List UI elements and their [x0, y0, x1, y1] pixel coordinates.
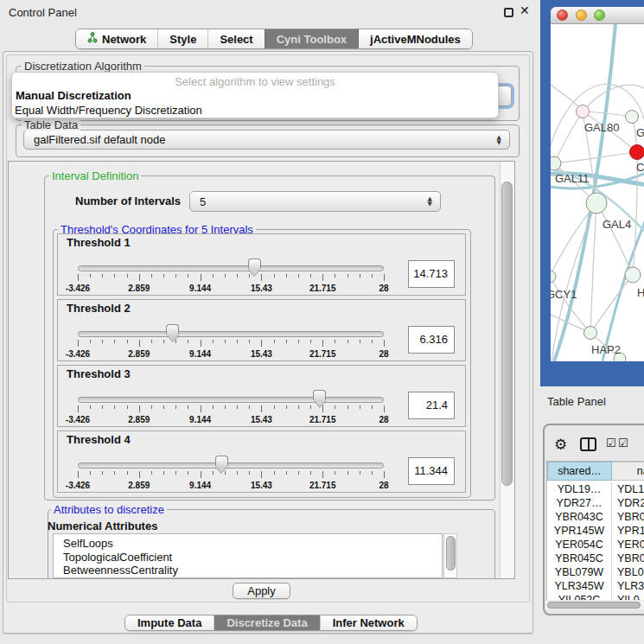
- network-graph[interactable]: GAL80GACGAL11GAL4GCY1HHAP2: [540, 0, 644, 386]
- table-row[interactable]: YBL079WYBL0: [547, 565, 644, 579]
- attribute-list-item[interactable]: BetweennessCentrality: [54, 564, 442, 577]
- slider-tick-label: 9.144: [189, 481, 211, 490]
- slider-handle[interactable]: [248, 258, 261, 276]
- threshold-panel: Threshold 2-3.4262.8599.14415.4321.71528…: [57, 299, 466, 361]
- slider-tick: [298, 274, 299, 277]
- algorithm-placeholder-item[interactable]: Select algorithm to view settings: [12, 75, 498, 88]
- threshold-value-input[interactable]: 11.344: [408, 457, 455, 485]
- slider-track[interactable]: [78, 397, 384, 403]
- slider-tick: [188, 274, 188, 277]
- tab-cyni-toolbox[interactable]: Cyni Toolbox: [265, 29, 358, 48]
- attribute-list-item[interactable]: TopologicalCoefficient: [54, 551, 442, 564]
- attribute-list-item[interactable]: SelfLoops: [54, 537, 442, 551]
- network-node-label: HAP2: [591, 343, 621, 356]
- slider-tick: [286, 274, 287, 277]
- network-node-label: C: [636, 161, 644, 174]
- node-table[interactable]: shared… name YDL19…YDL1YDR27…YDR2YBR043C…: [546, 461, 644, 600]
- slider-tick: [335, 405, 335, 409]
- apply-button[interactable]: Apply: [233, 583, 290, 599]
- table-data-combobox[interactable]: galFiltered.sif default node ▲▼: [23, 130, 510, 150]
- slider-tick: [322, 340, 323, 347]
- slider-tick: [127, 405, 128, 409]
- network-node[interactable]: [625, 267, 641, 283]
- column-header-shared-name[interactable]: shared…: [547, 462, 612, 481]
- gear-icon[interactable]: ⚙: [554, 436, 567, 453]
- slider-tick: [372, 471, 373, 475]
- column-layout-icon[interactable]: [580, 437, 596, 451]
- threshold-value-input[interactable]: 6.316: [408, 326, 455, 354]
- slider-handle[interactable]: [215, 456, 228, 473]
- slider-tick: [225, 405, 226, 409]
- panel-bottom-edge: [3, 634, 533, 634]
- discretization-algorithm-label: Discretization Algorithm: [22, 61, 144, 72]
- checkbox-icon[interactable]: ☑: [606, 437, 616, 450]
- table-row[interactable]: YBR043CYBR0: [547, 510, 644, 524]
- slider-tick-label: 28: [379, 481, 388, 490]
- network-node[interactable]: [586, 193, 607, 214]
- slider-tick: [298, 471, 299, 475]
- cell-name: YLR3: [612, 579, 644, 593]
- tab-select-label: Select: [220, 33, 252, 46]
- settings-scrollbar-thumb[interactable]: [501, 182, 513, 486]
- slider-track[interactable]: [78, 331, 384, 337]
- attributes-list-scrollbar[interactable]: [443, 533, 457, 578]
- slider-track[interactable]: [78, 265, 384, 271]
- slider-tick-label: 28: [379, 415, 388, 424]
- slider-tick: [249, 405, 250, 409]
- tab-select[interactable]: Select: [207, 29, 264, 48]
- attributes-scrollbar-thumb[interactable]: [446, 536, 456, 571]
- tab-style[interactable]: Style: [157, 29, 207, 48]
- close-icon[interactable]: ✕: [520, 3, 530, 17]
- tab-impute-data[interactable]: Impute Data: [125, 615, 214, 630]
- tab-discretize-data[interactable]: Discretize Data: [214, 615, 319, 630]
- slider-handle[interactable]: [313, 390, 326, 407]
- network-node[interactable]: [544, 271, 556, 283]
- tab-jactivemnodules[interactable]: jActiveMNodules: [358, 29, 472, 48]
- float-window-icon[interactable]: [504, 8, 513, 17]
- cell-shared-name: YBR043C: [547, 510, 612, 524]
- algorithm-option-manual[interactable]: Manual Discretization: [16, 89, 131, 102]
- tab-network[interactable]: Network: [76, 29, 157, 48]
- network-node[interactable]: [584, 327, 597, 340]
- slider-tick: [372, 274, 373, 277]
- slider-tick-label: 21.715: [309, 415, 336, 424]
- table-row[interactable]: YLR345WYLR3: [547, 579, 644, 593]
- slider-tick-label: 21.715: [309, 349, 336, 359]
- slider-tick: [90, 274, 91, 277]
- slider-tick-label: 9.144: [189, 349, 211, 359]
- table-header-row[interactable]: shared… name: [547, 462, 644, 475]
- column-header-name[interactable]: name: [612, 462, 644, 481]
- slider-track[interactable]: [78, 462, 384, 469]
- network-node[interactable]: [547, 156, 561, 170]
- number-of-intervals-combobox[interactable]: 5 ▲▼: [189, 191, 441, 212]
- table-row[interactable]: YDL19…YDL1: [547, 482, 644, 496]
- threshold-value-input[interactable]: 21.4: [408, 392, 455, 419]
- slider-tick: [310, 274, 311, 277]
- algorithm-option-equal-width[interactable]: Equal Width/Frequency Discretization: [15, 104, 202, 117]
- tab-infer-network[interactable]: Infer Network: [320, 615, 417, 630]
- table-hscrollbar-thumb[interactable]: [547, 602, 641, 609]
- table-row[interactable]: YIL052CYIL0: [547, 593, 644, 600]
- slider-handle[interactable]: [166, 324, 179, 341]
- algorithm-dropdown-popup: Select algorithm to view settings Manual…: [11, 72, 499, 118]
- slider-handle-top: [166, 324, 179, 335]
- numerical-attributes-list[interactable]: SelfLoopsTopologicalCoefficientBetweenne…: [53, 533, 443, 578]
- table-row[interactable]: YPR145WYPR1: [547, 524, 644, 538]
- threshold-value-input[interactable]: 14.713: [408, 260, 455, 288]
- slider-tick-label: -3.426: [66, 284, 90, 293]
- network-node-label: GAL11: [555, 172, 590, 185]
- slider-handle-top: [313, 390, 326, 400]
- tab-style-label: Style: [169, 33, 196, 46]
- slider-handle-point: [167, 335, 179, 341]
- network-node[interactable]: [630, 145, 644, 160]
- table-row[interactable]: YDR27…YDR2: [547, 496, 644, 510]
- slider-tick: [201, 274, 201, 281]
- table-row[interactable]: YER054CYER0: [547, 538, 644, 552]
- network-node[interactable]: [577, 105, 590, 118]
- network-node[interactable]: [626, 111, 639, 124]
- checkbox-icon[interactable]: ☑: [618, 437, 628, 450]
- slider-tick: [188, 340, 188, 343]
- table-row[interactable]: YBR045CYBR0: [547, 552, 644, 565]
- attributes-group-label: Attributes to discretize: [51, 504, 167, 515]
- network-node-label: GAL4: [603, 218, 631, 231]
